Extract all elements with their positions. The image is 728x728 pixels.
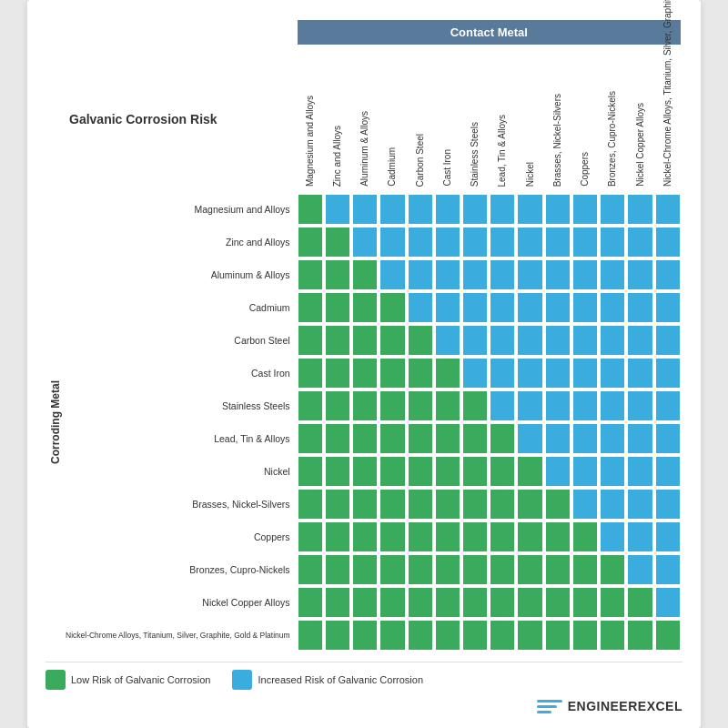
table-row: Zinc and Alloys [47,227,681,258]
cell-1-11 [600,227,625,258]
cell-12-4 [408,587,433,618]
cell-0-6 [462,194,488,225]
cell-1-0 [298,227,323,258]
cell-7-3 [379,423,405,454]
cell-11-8 [517,554,542,585]
table-row: Cadmium [47,292,681,323]
cell-11-7 [490,554,515,585]
cell-11-2 [352,554,378,585]
cell-4-0 [298,325,323,356]
cell-13-9 [545,620,571,651]
cell-5-4 [408,358,433,389]
cell-12-2 [352,587,378,618]
cell-3-9 [545,292,571,323]
table-row: Bronzes, Cupro-Nickels [47,554,681,585]
cell-2-8 [517,259,542,290]
table-row: Brasses, Nickel-Silvers [47,489,681,520]
cell-0-7 [490,194,515,225]
cell-1-13 [655,227,681,258]
cell-4-4 [408,325,433,356]
table-row: Nickel Copper Alloys [47,587,681,618]
cell-2-5 [435,259,460,290]
cell-5-9 [545,358,571,389]
row-label-6: Stainless Steels [66,390,296,421]
cell-3-11 [600,292,625,323]
col-header-12: Nickel Copper Alloys [627,46,652,192]
cell-12-0 [298,587,323,618]
cell-4-7 [490,325,515,356]
cell-9-6 [462,489,488,520]
cell-0-5 [435,194,460,225]
cell-9-7 [490,489,515,520]
cell-9-1 [325,489,350,520]
cell-2-0 [298,259,323,290]
cell-12-8 [517,587,542,618]
cell-1-6 [462,227,488,258]
corrosion-table: Contact Metal Galvanic Corrosion Risk Ma… [46,18,682,652]
cell-2-9 [545,259,571,290]
cell-5-8 [517,358,542,389]
cell-1-5 [435,227,460,258]
cell-8-6 [462,456,488,487]
cell-5-12 [627,358,652,389]
cell-5-7 [490,358,515,389]
cell-7-8 [517,423,542,454]
cell-8-0 [298,456,323,487]
cell-2-6 [462,259,488,290]
cell-2-13 [655,259,681,290]
row-label-11: Bronzes, Cupro-Nickels [66,554,296,585]
cell-7-0 [298,423,323,454]
cell-4-9 [545,325,571,356]
cell-13-1 [325,620,350,651]
cell-3-12 [627,292,652,323]
cell-4-13 [655,325,681,356]
legend-green-box [46,670,66,690]
table-row: Corroding MetalMagnesium and Alloys [47,194,681,225]
table-row: Coppers [47,521,681,552]
cell-2-7 [490,259,515,290]
cell-11-6 [462,554,488,585]
legend: Low Risk of Galvanic Corrosion Increased… [46,662,682,690]
table-row: Cast Iron [47,358,681,389]
cell-7-1 [325,423,350,454]
cell-11-5 [435,554,460,585]
legend-blue-label: Increased Risk of Galvanic Corrosion [258,674,423,685]
cell-1-12 [627,227,652,258]
logo-text-engineer: ENGINEER [568,699,638,713]
cell-7-9 [545,423,571,454]
cell-1-3 [379,227,405,258]
legend-blue: Increased Risk of Galvanic Corrosion [232,670,423,690]
cell-10-10 [572,521,598,552]
col-header-7: Lead, Tin & Alloys [490,46,515,192]
cell-1-7 [490,227,515,258]
cell-5-6 [462,358,488,389]
cell-8-11 [600,456,625,487]
cell-13-6 [462,620,488,651]
row-label-0: Magnesium and Alloys [66,194,296,225]
row-label-3: Cadmium [66,292,296,323]
cell-8-1 [325,456,350,487]
cell-7-2 [352,423,378,454]
cell-2-2 [352,259,378,290]
cell-5-10 [572,358,598,389]
cell-8-2 [352,456,378,487]
cell-2-1 [325,259,350,290]
cell-11-4 [408,554,433,585]
cell-10-1 [325,521,350,552]
cell-7-13 [655,423,681,454]
cell-12-1 [325,587,350,618]
cell-0-1 [325,194,350,225]
cell-13-3 [379,620,405,651]
col-header-6: Stainless Steels [462,46,488,192]
cell-5-3 [379,358,405,389]
cell-12-13 [655,587,681,618]
table-row: Carbon Steel [47,325,681,356]
cell-3-5 [435,292,460,323]
cell-10-3 [379,521,405,552]
contact-metal-header: Contact Metal [298,20,681,45]
cell-13-11 [600,620,625,651]
cell-0-11 [600,194,625,225]
logo-area: ENGINEEREXCEL [46,699,682,713]
row-label-9: Brasses, Nickel-Silvers [66,489,296,520]
cell-11-0 [298,554,323,585]
